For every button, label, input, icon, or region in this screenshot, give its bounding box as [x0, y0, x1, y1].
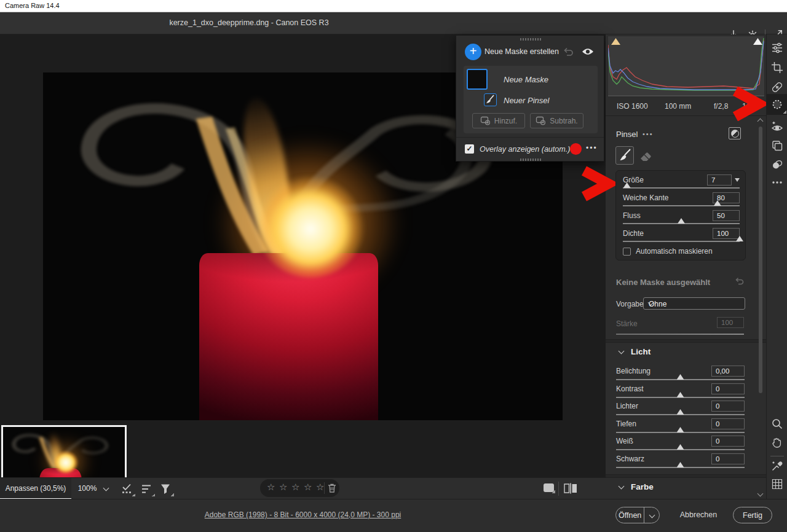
collapse-chevron-icon — [619, 483, 625, 490]
panel-divider — [606, 115, 766, 116]
tool-column — [766, 34, 787, 499]
exposure-slider-track[interactable] — [616, 379, 745, 380]
open-split-button[interactable]: Öffnen — [615, 507, 660, 523]
os-title: Camera Raw 14.4 — [5, 2, 60, 9]
auto-mask-checkbox[interactable] — [623, 248, 631, 256]
heal-icon[interactable] — [771, 81, 783, 93]
overlay-checkbox[interactable]: ✓ — [465, 144, 474, 154]
eraser-tool-button[interactable] — [638, 149, 653, 163]
size-value-input[interactable]: 7 — [707, 174, 732, 186]
collapse-chevron-icon — [619, 348, 625, 354]
overlay-color-dot[interactable] — [570, 143, 582, 155]
histogram[interactable] — [607, 36, 765, 97]
scroll-up-icon[interactable] — [757, 119, 764, 125]
masking-tool-selected[interactable] — [767, 94, 787, 115]
blacks-value-input[interactable]: 0 — [711, 453, 745, 464]
whites-slider-track[interactable] — [616, 449, 745, 450]
slider-label: Weiß — [616, 437, 633, 445]
brush-menu-dots[interactable]: ••• — [643, 130, 654, 138]
exif-info-row: ISO 1600 100 mm f/2,8 1/250 s — [606, 97, 766, 115]
add-mask-plus-icon[interactable]: + — [465, 44, 481, 60]
popup-title: Neue Maske erstellen — [484, 47, 559, 56]
density-value-input[interactable]: 100 — [713, 228, 740, 239]
edit-sliders-icon[interactable] — [771, 42, 783, 54]
drag-handle-top[interactable] — [520, 38, 542, 41]
shadows-value-input[interactable]: 0 — [711, 418, 745, 429]
hand-tool-icon[interactable] — [771, 436, 783, 448]
star-rating-bar: ☆ ☆ ☆ ☆ ☆ — [260, 479, 339, 497]
star-icon[interactable]: ☆ — [279, 482, 287, 493]
highlights-value-input[interactable]: 0 — [711, 401, 745, 412]
overlay-menu-dots[interactable]: ••• — [586, 144, 598, 152]
add-button[interactable]: Hinzuf. — [472, 113, 525, 128]
slider-label: Größe — [623, 176, 644, 184]
zoom-level[interactable]: 100% — [74, 484, 101, 493]
filter-icon[interactable] — [159, 483, 173, 495]
light-section-header[interactable]: Licht — [606, 346, 766, 360]
panel-scrollbar[interactable] — [756, 117, 765, 499]
density-slider-track[interactable] — [623, 241, 740, 242]
size-slider-track[interactable] — [623, 187, 740, 189]
zoom-tool-icon[interactable] — [771, 418, 783, 430]
view-mode-tab[interactable]: Anpassen (30,5%) — [0, 478, 71, 499]
new-mask-swatch[interactable] — [467, 69, 488, 90]
star-icon[interactable]: ☆ — [291, 482, 299, 493]
whites-value-input[interactable]: 0 — [711, 436, 745, 447]
feather-slider-track[interactable] — [623, 205, 740, 206]
color-section-header[interactable]: Farbe — [606, 482, 766, 495]
preset-dropdown[interactable]: Ohne — [643, 297, 745, 310]
open-button-label[interactable]: Öffnen — [616, 507, 644, 523]
sort-order-icon[interactable] — [140, 483, 154, 495]
flow-value-input[interactable]: 50 — [713, 210, 740, 221]
blacks-slider-track[interactable] — [616, 467, 745, 468]
workflow-options-link[interactable]: Adobe RGB (1998) - 8 Bit - 6000 x 4000 (… — [43, 510, 563, 519]
select-images-icon[interactable] — [121, 483, 134, 495]
brush-tool-button[interactable] — [615, 146, 634, 165]
zoom-chevron-icon[interactable] — [103, 485, 109, 491]
flow-slider-track[interactable] — [623, 223, 740, 224]
more-tools-icon[interactable] — [771, 176, 783, 189]
no-mask-selected-text: Keine Maske ausgewählt — [616, 278, 710, 287]
bottom-toolbar: Anpassen (30,5%) 100% ☆ ☆ ☆ ☆ ☆ — [0, 477, 606, 499]
star-icon[interactable]: ☆ — [267, 482, 275, 493]
open-options-chevron[interactable] — [644, 513, 659, 517]
crop-icon[interactable] — [771, 61, 783, 74]
drag-handle-bottom[interactable] — [520, 158, 542, 161]
size-dropdown-icon[interactable] — [735, 178, 740, 182]
exposure-value-input[interactable]: 0,00 — [711, 366, 745, 377]
slider-label: Lichter — [616, 402, 638, 410]
new-brush-swatch[interactable] — [484, 93, 497, 106]
scroll-down-icon[interactable] — [757, 491, 764, 497]
before-after-icon[interactable] — [563, 482, 578, 495]
mask-visibility-eye-icon[interactable] — [582, 47, 594, 56]
strength-slider-track — [616, 334, 744, 335]
brush-panel-title: Pinsel — [616, 130, 638, 139]
auto-mask-label: Automatisch maskieren — [636, 247, 713, 256]
snapshots-icon[interactable] — [771, 158, 783, 171]
highlights-slider-track[interactable] — [616, 414, 745, 415]
candle-body — [199, 253, 379, 420]
redeye-icon[interactable] — [771, 120, 783, 133]
reset-mask-icon[interactable] — [734, 276, 745, 286]
shadows-slider-track[interactable] — [616, 432, 745, 433]
star-icon[interactable]: ☆ — [304, 482, 312, 493]
done-button[interactable]: Fertig — [733, 507, 772, 523]
contrast-slider-track[interactable] — [616, 397, 745, 398]
eyedropper-icon[interactable] — [771, 460, 783, 472]
pill-divider — [324, 482, 325, 494]
flame-core — [53, 449, 79, 474]
slider-label: Kontrast — [616, 385, 644, 393]
trash-icon[interactable] — [328, 483, 336, 493]
popup-header: + Neue Maske erstellen — [456, 43, 604, 61]
grid-overlay-icon[interactable] — [771, 478, 783, 490]
preview-mode-icon[interactable] — [544, 483, 554, 492]
subtract-button[interactable]: Subtrah. — [530, 113, 583, 128]
presets-layers-icon[interactable] — [771, 139, 783, 152]
contrast-value-input[interactable]: 0 — [711, 383, 745, 394]
scrollbar-thumb[interactable] — [759, 127, 762, 393]
star-icon[interactable]: ☆ — [316, 482, 324, 493]
cancel-button[interactable]: Abbrechen — [676, 510, 721, 519]
invert-mask-icon[interactable] — [729, 127, 741, 139]
undo-icon[interactable] — [562, 47, 574, 57]
strength-label: Stärke — [616, 319, 638, 328]
